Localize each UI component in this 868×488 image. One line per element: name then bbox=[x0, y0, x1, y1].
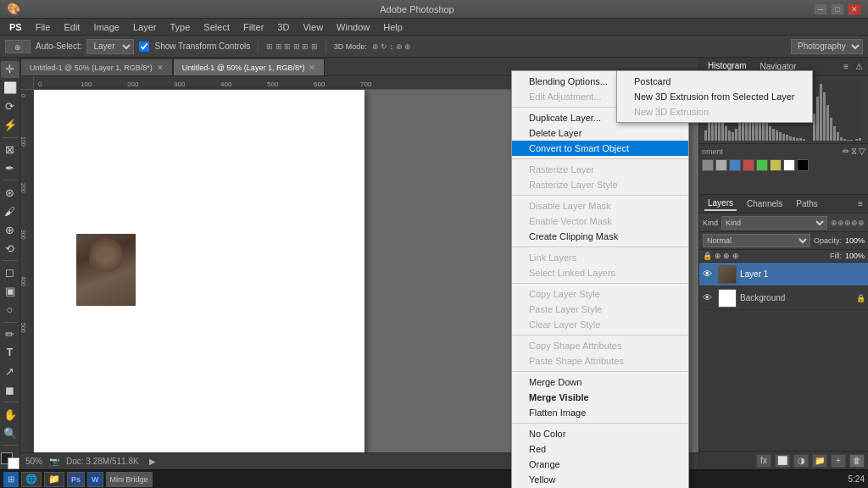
tool-spot-heal[interactable]: ⊛ bbox=[1, 184, 19, 201]
tool-lasso[interactable]: ⟳ bbox=[1, 98, 19, 115]
show-transform-checkbox[interactable] bbox=[139, 42, 149, 52]
tool-eyedropper[interactable]: ✒ bbox=[1, 160, 19, 177]
menu-help[interactable]: Help bbox=[377, 20, 409, 34]
filter-kind-select[interactable]: Kind Name Effect bbox=[721, 216, 827, 230]
layer-name-1[interactable]: Background bbox=[740, 293, 785, 302]
layer-group-button[interactable]: 📁 bbox=[812, 454, 827, 468]
panel-options-icon[interactable]: ≡ bbox=[843, 62, 849, 71]
menu-type[interactable]: Type bbox=[164, 20, 197, 34]
ctx-color-orange[interactable]: Orange bbox=[512, 457, 688, 472]
color-icon-3[interactable]: ▽ bbox=[859, 147, 865, 157]
tab-0[interactable]: Untitled-1 @ 50% (Layer 1, RGB/8*) ✕ bbox=[20, 58, 173, 75]
fg-bg-colors[interactable] bbox=[1, 452, 19, 469]
swatch[interactable] bbox=[756, 159, 768, 171]
add-mask-button[interactable]: ⬜ bbox=[775, 454, 790, 468]
ctx-merge-visible[interactable]: Merge Visible bbox=[512, 390, 688, 405]
blend-mode-select[interactable]: Normal Multiply Screen bbox=[703, 234, 810, 247]
swatch[interactable] bbox=[783, 159, 795, 171]
ctx-enable-vector-mask[interactable]: Enable Vector Mask bbox=[512, 214, 688, 229]
tool-crop[interactable]: ⊠ bbox=[1, 141, 19, 158]
ctx-color-red[interactable]: Red bbox=[512, 441, 688, 457]
tool-marquee[interactable]: ⬜ bbox=[1, 80, 19, 97]
ctx-delete-layer[interactable]: Delete Layer bbox=[512, 125, 688, 141]
tool-text[interactable]: T bbox=[1, 345, 19, 362]
minimize-button[interactable]: ─ bbox=[814, 3, 827, 15]
fill-value[interactable]: 100% bbox=[845, 252, 865, 260]
ctx-clear-layer-style[interactable]: Clear Layer Style bbox=[512, 317, 688, 332]
opacity-value[interactable]: 100% bbox=[845, 236, 865, 245]
layer-eye-0[interactable]: 👁 bbox=[703, 269, 715, 280]
ctx-create-clipping-mask[interactable]: Create Clipping Mask bbox=[512, 229, 688, 244]
ctx-copy-layer-style[interactable]: Copy Layer Style bbox=[512, 286, 688, 302]
tool-pen[interactable]: ✏ bbox=[1, 326, 19, 343]
menu-select[interactable]: Select bbox=[198, 20, 236, 34]
layer-item-1[interactable]: 👁 Background 🔒 bbox=[699, 286, 868, 310]
tab-channels[interactable]: Channels bbox=[743, 197, 786, 210]
tab-1[interactable]: Untitled-1 @ 50% (Layer 1, RGB/8*) ✕ bbox=[173, 58, 326, 75]
swatch[interactable] bbox=[715, 159, 727, 171]
auto-select-dropdown[interactable]: Layer Group bbox=[86, 39, 134, 54]
new-layer-button[interactable]: + bbox=[831, 454, 846, 468]
ctx-paste-layer-style[interactable]: Paste Layer Style bbox=[512, 302, 688, 317]
layers-panel-menu[interactable]: ≡ bbox=[858, 199, 863, 208]
swatch[interactable] bbox=[743, 159, 754, 171]
ctx-merge-down[interactable]: Merge Down bbox=[512, 374, 688, 390]
taskbar-ie[interactable]: 🌐 bbox=[21, 472, 42, 487]
tab-paths[interactable]: Paths bbox=[793, 197, 821, 210]
color-icon-1[interactable]: ✏ bbox=[843, 147, 849, 157]
layer-eye-1[interactable]: 👁 bbox=[703, 292, 715, 304]
submenu-new-3d-extrusion-selected[interactable]: New 3D Extrusion from Selected Layer bbox=[617, 89, 812, 104]
menu-filter[interactable]: Filter bbox=[237, 20, 270, 34]
tab-1-close[interactable]: ✕ bbox=[309, 64, 315, 72]
ctx-color-yellow[interactable]: Yellow bbox=[512, 472, 688, 487]
layer-item-0[interactable]: 👁 Layer 1 bbox=[699, 263, 868, 286]
tool-eraser[interactable]: ◻ bbox=[1, 264, 19, 281]
tab-layers[interactable]: Layers bbox=[704, 197, 737, 211]
tool-zoom[interactable]: 🔍 bbox=[1, 424, 19, 441]
swatch[interactable] bbox=[702, 159, 714, 171]
ctx-rasterize-layer-style[interactable]: Rasterize Layer Style bbox=[512, 177, 688, 192]
ctx-paste-shape-attributes[interactable]: Paste Shape Attributes bbox=[512, 353, 688, 369]
menu-3d[interactable]: 3D bbox=[271, 20, 295, 34]
submenu-postcard[interactable]: Postcard bbox=[617, 74, 812, 89]
taskbar-word[interactable]: W bbox=[87, 472, 103, 487]
ctx-select-linked-layers[interactable]: Select Linked Layers bbox=[512, 265, 688, 280]
ctx-convert-smart-object[interactable]: Convert to Smart Object bbox=[512, 141, 688, 156]
ctx-rasterize-layer[interactable]: Rasterize Layer bbox=[512, 162, 688, 177]
adjustment-layer-button[interactable]: ◑ bbox=[793, 454, 809, 468]
color-icon-2[interactable]: ⧖ bbox=[851, 147, 857, 157]
menu-window[interactable]: Window bbox=[331, 20, 376, 34]
tool-hand[interactable]: ✋ bbox=[1, 406, 19, 423]
add-layer-style-button[interactable]: fx bbox=[756, 454, 771, 468]
tool-stamp[interactable]: ⊕ bbox=[1, 221, 19, 238]
swatch[interactable] bbox=[729, 159, 741, 171]
maximize-button[interactable]: □ bbox=[831, 3, 844, 15]
tool-history-brush[interactable]: ⟲ bbox=[1, 240, 19, 257]
ctx-disable-layer-mask[interactable]: Disable Layer Mask bbox=[512, 198, 688, 214]
ctx-copy-shape-attributes[interactable]: Copy Shape Attributes bbox=[512, 338, 688, 353]
tab-0-close[interactable]: ✕ bbox=[157, 64, 164, 72]
tool-path-select[interactable]: ↗ bbox=[1, 363, 19, 380]
menu-image[interactable]: Image bbox=[87, 20, 125, 34]
menu-edit[interactable]: Edit bbox=[58, 20, 86, 34]
tool-brush[interactable]: 🖌 bbox=[1, 202, 19, 219]
tool-gradient[interactable]: ▣ bbox=[1, 283, 19, 300]
submenu-new-3d-extrusion[interactable]: New 3D Extrusion bbox=[617, 104, 812, 119]
taskbar-folder[interactable]: 📁 bbox=[44, 472, 64, 487]
tool-move[interactable]: ✛ bbox=[1, 61, 19, 78]
menu-layer[interactable]: Layer bbox=[127, 20, 163, 34]
layer-name-0[interactable]: Layer 1 bbox=[740, 269, 768, 279]
swatch[interactable] bbox=[797, 159, 809, 171]
taskbar-mini-bridge[interactable]: Mini Bridge bbox=[106, 472, 153, 487]
menu-ps[interactable]: PS bbox=[3, 20, 28, 34]
ctx-no-color[interactable]: No Color bbox=[512, 426, 688, 441]
background-color[interactable] bbox=[8, 458, 19, 469]
taskbar-start[interactable]: ⊞ bbox=[3, 472, 19, 487]
tool-shape[interactable]: ◼ bbox=[1, 381, 19, 398]
taskbar-ps[interactable]: Ps bbox=[67, 472, 85, 487]
close-button[interactable]: ✕ bbox=[848, 3, 861, 15]
ctx-flatten-image[interactable]: Flatten Image bbox=[512, 405, 688, 420]
menu-file[interactable]: File bbox=[30, 20, 57, 34]
delete-layer-button[interactable]: 🗑 bbox=[849, 454, 865, 468]
swatch[interactable] bbox=[770, 159, 782, 171]
